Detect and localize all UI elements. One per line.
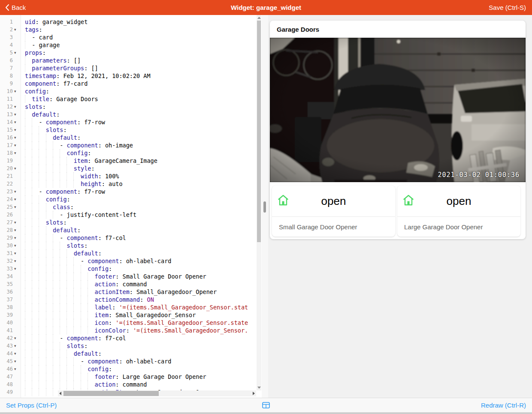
fold-arrow-icon[interactable]: ▾ xyxy=(14,249,19,257)
code-line[interactable]: 33▾ config: xyxy=(0,265,256,273)
fold-arrow-icon[interactable]: ▾ xyxy=(14,87,19,95)
split-view-button[interactable] xyxy=(0,398,532,412)
code-line[interactable]: 31▾ default: xyxy=(0,249,256,257)
fold-arrow-icon[interactable]: ▾ xyxy=(14,350,19,357)
code-line[interactable]: 24▾ config: xyxy=(0,195,256,203)
code-line[interactable]: 47 footer: Large Garage Door Opener xyxy=(0,373,256,381)
fold-arrow-icon[interactable]: ▾ xyxy=(14,188,19,195)
code-line[interactable]: 19 item: GarageCamera_Image xyxy=(0,157,256,165)
code-line[interactable]: 17▾ - component: oh-image xyxy=(0,141,256,149)
code-line[interactable]: 2▾tags: xyxy=(0,26,256,33)
save-button[interactable]: Save (Ctrl-S) xyxy=(489,0,526,15)
code-line[interactable]: 30▾ slots: xyxy=(0,242,256,249)
code-line[interactable]: 39 item: Small_Garagedoor_Sensor xyxy=(0,311,256,319)
label-card[interactable]: open Small Garage Door Opener xyxy=(272,186,395,237)
fold-arrow-icon[interactable]: ▾ xyxy=(14,226,19,234)
fold-arrow-icon[interactable]: ▾ xyxy=(14,195,19,203)
code-line[interactable]: 23▾ - component: f7-row xyxy=(0,188,256,195)
indent-guide xyxy=(53,381,53,388)
code-line[interactable]: 29▾ - component: f7-col xyxy=(0,234,256,242)
code-line[interactable]: 32▾ - component: oh-label-card xyxy=(0,257,256,265)
code-line[interactable]: 12▾slots: xyxy=(0,103,256,111)
fold-arrow-icon[interactable]: ▾ xyxy=(14,165,19,172)
code-line[interactable]: 28▾ default: xyxy=(0,226,256,234)
code-line[interactable]: 26 - justify-content-left xyxy=(0,211,256,219)
code-line[interactable]: 9component: f7-card xyxy=(0,80,256,87)
editor-vertical-scrollbar[interactable] xyxy=(257,15,261,390)
code-line[interactable]: 16▾ default: xyxy=(0,134,256,141)
code-line[interactable]: 48 action: command xyxy=(0,381,256,388)
code-line[interactable]: 3 - card xyxy=(0,33,256,41)
code-line[interactable]: 15▾ slots: xyxy=(0,126,256,134)
fold-arrow-icon[interactable]: ▾ xyxy=(14,111,19,118)
indent-guide xyxy=(32,273,32,280)
fold-arrow-icon[interactable]: ▾ xyxy=(14,141,19,149)
splitter-handle[interactable] xyxy=(263,201,266,213)
fold-arrow-icon[interactable]: ▾ xyxy=(14,149,19,157)
code-line[interactable]: 41 iconColor: '=(items.Small_Garagedoor_… xyxy=(0,327,256,334)
fold-arrow-icon[interactable]: ▾ xyxy=(14,234,19,242)
code-line[interactable]: 40 icon: '=(items.Small_Garagedoor_Senso… xyxy=(0,319,256,327)
label-card[interactable]: open Large Garage Door Opener xyxy=(397,186,520,237)
code-line[interactable]: 4 - garage xyxy=(0,41,256,49)
fold-arrow-icon[interactable]: ▾ xyxy=(14,118,19,126)
fold-arrow-icon[interactable]: ▾ xyxy=(14,242,19,249)
fold-arrow-icon[interactable]: ▾ xyxy=(14,103,19,111)
code-line[interactable]: 35 action: command xyxy=(0,280,256,288)
fold-arrow-icon[interactable]: ▾ xyxy=(14,219,19,226)
code-line[interactable]: 46▾ config: xyxy=(0,365,256,373)
fold-arrow-icon[interactable]: ▾ xyxy=(14,365,19,373)
code-token: : xyxy=(63,219,66,226)
indent-guide xyxy=(25,373,25,381)
fold-arrow-icon[interactable]: ▾ xyxy=(14,134,19,141)
code-line[interactable]: 11 title: Garage Doors xyxy=(0,95,256,103)
indent-guide xyxy=(32,311,32,319)
code-line[interactable]: 34 footer: Small Garage Door Opener xyxy=(0,273,256,280)
code-line[interactable]: 44▾ default: xyxy=(0,350,256,357)
fold-arrow-icon[interactable]: ▾ xyxy=(14,203,19,211)
indent-guide xyxy=(46,265,46,273)
code-line[interactable]: 7 parameterGroups: [] xyxy=(0,64,256,72)
vertical-scroll-thumb[interactable] xyxy=(257,21,261,242)
fold-arrow-icon[interactable]: ▾ xyxy=(14,26,19,33)
code-token: props xyxy=(25,49,42,56)
pane-splitter[interactable] xyxy=(262,15,268,398)
code-line[interactable]: 45▾ - component: oh-label-card xyxy=(0,357,256,365)
fold-arrow-icon[interactable]: ▾ xyxy=(14,357,19,365)
code-line[interactable]: 1uid: garage_widget xyxy=(0,18,256,26)
code-line[interactable]: 42▾ - component: f7-col xyxy=(0,334,256,342)
code-line[interactable]: 27▾ slots: xyxy=(0,219,256,226)
code-token: parameters xyxy=(32,57,66,64)
indent-guide xyxy=(46,296,46,303)
horizontal-scroll-thumb[interactable] xyxy=(63,391,159,396)
code-line[interactable]: 25▾ class: xyxy=(0,203,256,211)
code-line[interactable]: 8timestamp: Feb 12, 2021, 10:02:20 AM xyxy=(0,72,256,80)
scroll-right-arrow-icon[interactable] xyxy=(253,392,255,395)
scroll-down-arrow-icon[interactable] xyxy=(257,387,261,389)
code-line[interactable]: 37 actionCommand: ON xyxy=(0,296,256,303)
code-line[interactable]: 5▾props: xyxy=(0,49,256,57)
code-line[interactable]: 36 actionItem: Small_Garagedoor_Opener xyxy=(0,288,256,296)
code-line[interactable]: 22 height: auto xyxy=(0,180,256,188)
fold-arrow-icon[interactable]: ▾ xyxy=(14,265,19,273)
editor-horizontal-scrollbar[interactable] xyxy=(58,390,256,396)
fold-arrow-icon[interactable]: ▾ xyxy=(14,334,19,342)
indent-guide xyxy=(39,219,39,226)
code-line[interactable]: 18▾ config: xyxy=(0,149,256,157)
fold-arrow-icon[interactable]: ▾ xyxy=(14,49,19,57)
code-line[interactable]: 38 label: '=(items.Small_Garagedoor_Sens… xyxy=(0,303,256,311)
scroll-left-arrow-icon[interactable] xyxy=(59,392,61,395)
code-line[interactable]: 43▾ slots: xyxy=(0,342,256,350)
fold-arrow-icon[interactable]: ▾ xyxy=(14,126,19,134)
code-line[interactable]: 21 width: 100% xyxy=(0,172,256,180)
scroll-up-arrow-icon[interactable] xyxy=(257,17,261,19)
code-line[interactable]: 20▾ style: xyxy=(0,165,256,172)
fold-arrow-icon[interactable]: ▾ xyxy=(14,257,19,265)
redraw-button[interactable]: Redraw (Ctrl-R) xyxy=(481,398,526,412)
code-line[interactable]: 10▾config: xyxy=(0,87,256,95)
code-line[interactable]: 13▾ default: xyxy=(0,111,256,118)
code-line[interactable]: 14▾ - component: f7-row xyxy=(0,118,256,126)
fold-arrow-icon[interactable]: ▾ xyxy=(14,342,19,350)
code-editor[interactable]: 1uid: garage_widget2▾tags:3 - card4 - ga… xyxy=(0,15,262,398)
code-line[interactable]: 6 parameters: [] xyxy=(0,57,256,64)
